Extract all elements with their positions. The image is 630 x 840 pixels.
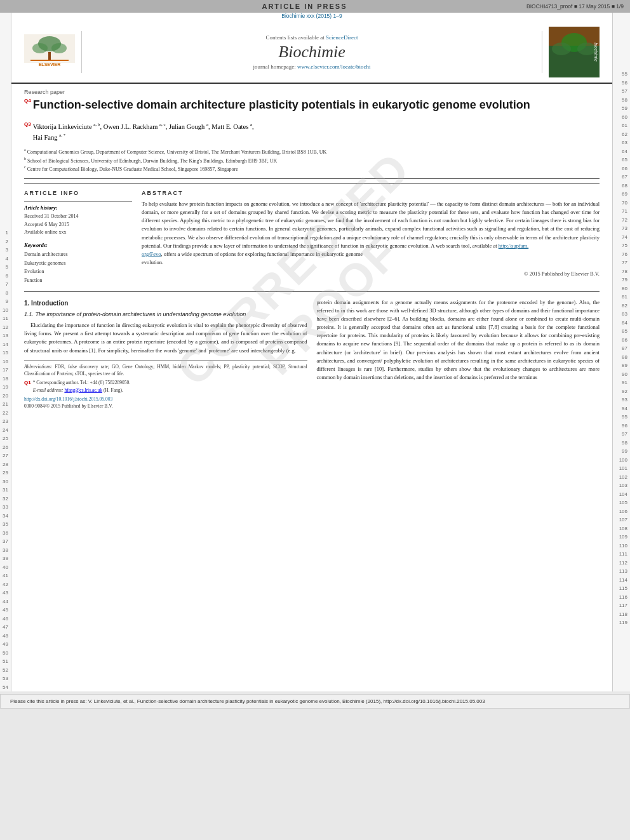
right-paragraph-1: protein domain assignments for a genome … (317, 298, 600, 382)
left-num-38: 38 (0, 546, 8, 555)
history-label: Article history: (24, 204, 132, 211)
rnum-110: 110 (613, 542, 627, 550)
rnum-73: 73 (613, 224, 627, 233)
left-num-10: 10 (0, 306, 8, 315)
svg-point-11 (577, 43, 596, 55)
rnum-71: 71 (613, 207, 627, 216)
column-right: protein domain assignments for a genome … (317, 298, 600, 410)
email-link[interactable]: hfang@cs.lris.ac.uk (64, 387, 102, 393)
rnum-89: 89 (613, 361, 627, 370)
rnum-84: 84 (613, 319, 627, 328)
left-num-21: 21 (0, 400, 8, 409)
rnum-94: 94 (613, 404, 627, 413)
left-num-18: 18 (0, 375, 8, 383)
rnum-117: 117 (613, 601, 627, 610)
right-line-numbers: 55 56 57 58 59 60 61 62 63 64 65 66 67 6… (612, 13, 630, 691)
left-num-49: 49 (0, 640, 8, 649)
rnum-113: 113 (613, 567, 627, 576)
left-num-15: 15 (0, 349, 8, 357)
left-num-20: 20 (0, 392, 8, 401)
left-num-11: 11 (0, 314, 8, 323)
left-num-19: 19 (0, 383, 8, 392)
keywords-label: Keywords: (24, 242, 132, 248)
left-num-4: 4 (0, 255, 8, 263)
left-num-2: 2 (0, 237, 8, 246)
abbreviations-note: Abbreviations: FDR, false discovery rate… (24, 363, 307, 378)
rnum-119: 119 (613, 618, 627, 627)
rnum-67: 67 (613, 173, 627, 182)
journal-name: Biochimie (91, 43, 532, 62)
left-num-30: 30 (0, 477, 8, 486)
svg-text:ELSEVIER: ELSEVIER (39, 62, 61, 67)
left-num-1: 1 (0, 229, 8, 237)
received-date: Received 31 October 2014 (24, 213, 79, 219)
keyword-3: Evolution (24, 267, 132, 276)
rnum-114: 114 (613, 576, 627, 585)
issn-line: 0300-9084/© 2015 Published by Elsevier B… (24, 403, 113, 409)
left-num-29: 29 (0, 469, 8, 477)
info-divider (24, 201, 132, 202)
accepted-date: Accepted 6 May 2015 (24, 222, 69, 227)
rnum-75: 75 (613, 241, 627, 250)
rnum-97: 97 (613, 430, 627, 439)
left-num-40: 40 (0, 563, 8, 572)
rnum-102: 102 (613, 473, 627, 482)
rnum-68: 68 (613, 182, 627, 190)
left-num-44: 44 (0, 597, 8, 606)
left-num-6: 6 (0, 272, 8, 281)
rnum-61: 61 (613, 121, 627, 130)
journal-header: ELSEVIER Contents lists available at Sci… (11, 22, 612, 84)
left-num-48: 48 (0, 632, 8, 641)
rnum-104: 104 (613, 490, 627, 499)
divider-1 (24, 178, 600, 179)
subsection-heading: 1.1. The importance of protein-domain ar… (24, 310, 307, 319)
article-in-press-label: ARTICLE IN PRESS (83, 3, 526, 10)
history-dates: Received 31 October 2014 Accepted 6 May … (24, 213, 132, 237)
journal-center: Contents lists available at ScienceDirec… (81, 31, 542, 73)
left-num-12: 12 (0, 323, 8, 332)
sciencedirect-url[interactable]: ScienceDirect (326, 34, 358, 41)
article-info-panel: ARTICLE INFO Article history: Received 3… (24, 190, 132, 285)
left-num-3: 3 (0, 246, 8, 255)
journal-cover-image: biochimie (549, 27, 600, 77)
supfam-link[interactable]: http://supfam.org/Fevo (142, 243, 528, 257)
rnum-78: 78 (613, 267, 627, 276)
rnum-76: 76 (613, 250, 627, 259)
keyword-1: Domain architectures (24, 250, 132, 259)
rnum-92: 92 (613, 387, 627, 396)
keywords-list: Domain architectures Eukaryotic genomes … (24, 250, 132, 284)
left-num-22: 22 (0, 409, 8, 418)
abstract-heading: ABSTRACT (142, 190, 600, 196)
left-num-9: 9 (0, 297, 8, 306)
rnum-69: 69 (613, 190, 627, 199)
available-date: Available online xxx (24, 229, 67, 235)
rnum-59: 59 (613, 104, 627, 113)
left-num-8: 8 (0, 289, 8, 298)
rnum-108: 108 (613, 524, 627, 533)
rnum-62: 62 (613, 130, 627, 139)
rnum-77: 77 (613, 258, 627, 267)
article-info-abstract-section: ARTICLE INFO Article history: Received 3… (24, 183, 600, 292)
rnum-90: 90 (613, 370, 627, 379)
doi-link[interactable]: http://dx.doi.org/10.1016/j.biochi.2015.… (24, 396, 112, 402)
left-num-33: 33 (0, 503, 8, 512)
left-num-35: 35 (0, 520, 8, 529)
rnum-81: 81 (613, 293, 627, 302)
left-num-25: 25 (0, 434, 8, 443)
rnum-111: 111 (613, 550, 627, 559)
article-info-heading: ARTICLE INFO (24, 190, 132, 196)
affiliations: a Computational Genomics Group, Departme… (24, 147, 600, 173)
rnum-80: 80 (613, 284, 627, 293)
rnum-85: 85 (613, 327, 627, 336)
left-num-5: 5 (0, 263, 8, 272)
rnum-74: 74 (613, 233, 627, 242)
q3-marker: Q3 (24, 121, 31, 127)
rnum-83: 83 (613, 310, 627, 319)
column-left: 1. Introduction 1.1. The importance of p… (24, 298, 307, 410)
header-meta: BIOCHI4713_proof ■ 17 May 2015 ■ 1/9 (526, 3, 624, 10)
rnum-95: 95 (613, 413, 627, 422)
rnum-55: 55 (613, 70, 627, 79)
journal-homepage-url[interactable]: www.elsevier.com/locate/biochi (297, 63, 370, 70)
left-num-13: 13 (0, 331, 8, 340)
rnum-118: 118 (613, 610, 627, 619)
